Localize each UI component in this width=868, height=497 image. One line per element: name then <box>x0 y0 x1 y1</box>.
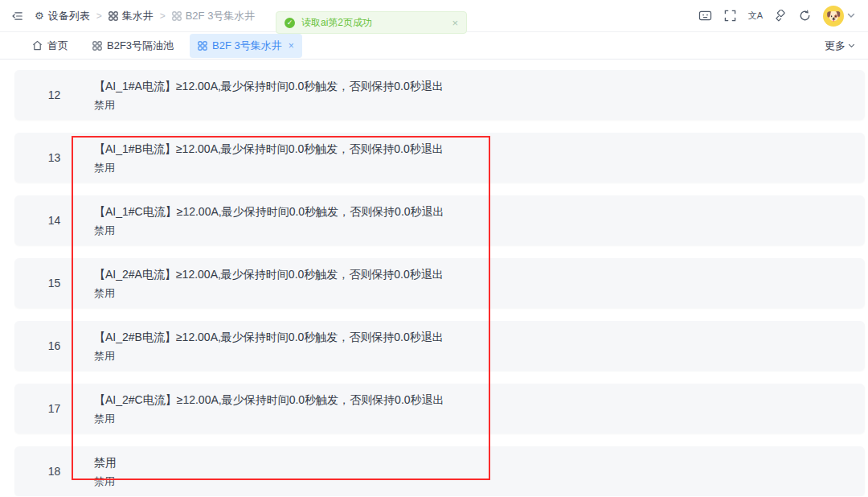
breadcrumb-item-device-list[interactable]: ⚙ 设备列表 <box>35 9 90 23</box>
tab-label: B2F 3号集水井 <box>212 39 282 53</box>
tab-b2f3-sump-active[interactable]: B2F 3号集水井 × <box>190 34 302 58</box>
screen-icon[interactable] <box>698 10 712 22</box>
rule-title: 禁用 <box>94 454 117 470</box>
breadcrumb-item-sump[interactable]: 集水井 <box>108 9 154 23</box>
success-toast: ✓ 读取ai第2页成功 × <box>276 11 467 34</box>
header-actions: 文A 🐶 <box>698 6 855 27</box>
chevron-down-icon <box>847 13 855 18</box>
rule-row[interactable]: 13 【AI_1#B电流】≥12.00A,最少保持时间0.0秒触发，否则保持0.… <box>14 133 865 183</box>
more-label: 更多 <box>825 39 845 53</box>
rule-status: 禁用 <box>94 98 444 113</box>
chevron-down-icon <box>848 43 855 48</box>
refresh-icon[interactable] <box>799 10 811 22</box>
grid-icon <box>92 41 102 51</box>
rule-row[interactable]: 12 【AI_1#A电流】≥12.00A,最少保持时间0.0秒触发，否则保持0.… <box>14 70 865 120</box>
rule-status: 禁用 <box>94 224 444 238</box>
row-number: 13 <box>14 133 94 183</box>
tabs-more-button[interactable]: 更多 <box>825 39 855 53</box>
breadcrumb-label: 集水井 <box>122 9 154 23</box>
rule-list: 12 【AI_1#A电流】≥12.00A,最少保持时间0.0秒触发，否则保持0.… <box>0 60 868 496</box>
gear-icon: ⚙ <box>35 10 44 21</box>
grid-icon <box>172 11 182 21</box>
translate-icon[interactable]: 文A <box>748 10 763 22</box>
rule-row[interactable]: 14 【AI_1#C电流】≥12.00A,最少保持时间0.0秒触发，否则保持0.… <box>14 195 865 245</box>
breadcrumb-label: B2F 3号集水井 <box>186 9 256 23</box>
row-number: 17 <box>14 384 94 433</box>
breadcrumb-separator: > <box>96 10 102 22</box>
rule-status: 禁用 <box>94 412 444 426</box>
tab-label: 首页 <box>47 39 68 53</box>
rule-row[interactable]: 15 【AI_2#A电流】≥12.00A,最少保持时间0.0秒触发，否则保持0.… <box>14 258 865 308</box>
theme-icon[interactable] <box>775 10 787 22</box>
row-number: 18 <box>14 446 94 496</box>
breadcrumb-item-current: B2F 3号集水井 <box>172 9 256 23</box>
tab-b2f3-grease-trap[interactable]: B2F3号隔油池 <box>84 34 182 58</box>
row-number: 16 <box>14 321 94 371</box>
row-number: 12 <box>14 70 94 120</box>
collapse-sidebar-icon[interactable] <box>11 10 23 22</box>
tab-label: B2F3号隔油池 <box>107 39 174 53</box>
rule-title: 【AI_1#C电流】≥12.00A,最少保持时间0.0秒触发，否则保持0.0秒退… <box>94 203 444 220</box>
breadcrumb-label: 设备列表 <box>48 9 90 23</box>
rule-status: 禁用 <box>94 474 117 489</box>
toast-message: 读取ai第2页成功 <box>301 16 445 30</box>
avatar[interactable]: 🐶 <box>823 6 844 27</box>
rule-row[interactable]: 17 【AI_2#C电流】≥12.00A,最少保持时间0.0秒触发，否则保持0.… <box>14 384 865 433</box>
row-number: 15 <box>14 258 94 308</box>
toast-close-icon[interactable]: × <box>452 17 458 29</box>
rule-status: 禁用 <box>94 349 444 364</box>
home-icon <box>32 40 43 51</box>
tab-home[interactable]: 首页 <box>24 34 76 58</box>
rule-title: 【AI_1#A电流】≥12.00A,最少保持时间0.0秒触发，否则保持0.0秒退… <box>94 78 444 94</box>
tab-close-icon[interactable]: × <box>289 40 294 51</box>
rule-row[interactable]: 18 禁用 禁用 <box>14 446 865 496</box>
fullscreen-icon[interactable] <box>724 10 736 22</box>
grid-icon <box>108 11 118 21</box>
tab-bar: 首页 B2F3号隔油池 B2F 3号集水井 × 更多 <box>0 32 868 60</box>
rule-row[interactable]: 16 【AI_2#B电流】≥12.00A,最少保持时间0.0秒触发，否则保持0.… <box>14 321 865 371</box>
rule-status: 禁用 <box>94 286 444 301</box>
rule-title: 【AI_1#B电流】≥12.00A,最少保持时间0.0秒触发，否则保持0.0秒退… <box>94 141 444 157</box>
breadcrumb: ⚙ 设备列表 > 集水井 > B2F 3号集水井 <box>35 9 255 23</box>
rule-title: 【AI_2#C电流】≥12.00A,最少保持时间0.0秒触发，否则保持0.0秒退… <box>94 392 444 408</box>
breadcrumb-separator: > <box>160 10 166 22</box>
page: ⚙ 设备列表 > 集水井 > B2F 3号集水井 <box>0 0 868 497</box>
user-menu[interactable]: 🐶 <box>823 6 855 27</box>
rule-title: 【AI_2#A电流】≥12.00A,最少保持时间0.0秒触发，否则保持0.0秒退… <box>94 266 444 282</box>
success-check-icon: ✓ <box>285 18 295 28</box>
rule-title: 【AI_2#B电流】≥12.00A,最少保持时间0.0秒触发，否则保持0.0秒退… <box>94 329 444 345</box>
rule-status: 禁用 <box>94 161 444 175</box>
row-number: 14 <box>14 195 94 245</box>
grid-icon <box>198 41 207 51</box>
